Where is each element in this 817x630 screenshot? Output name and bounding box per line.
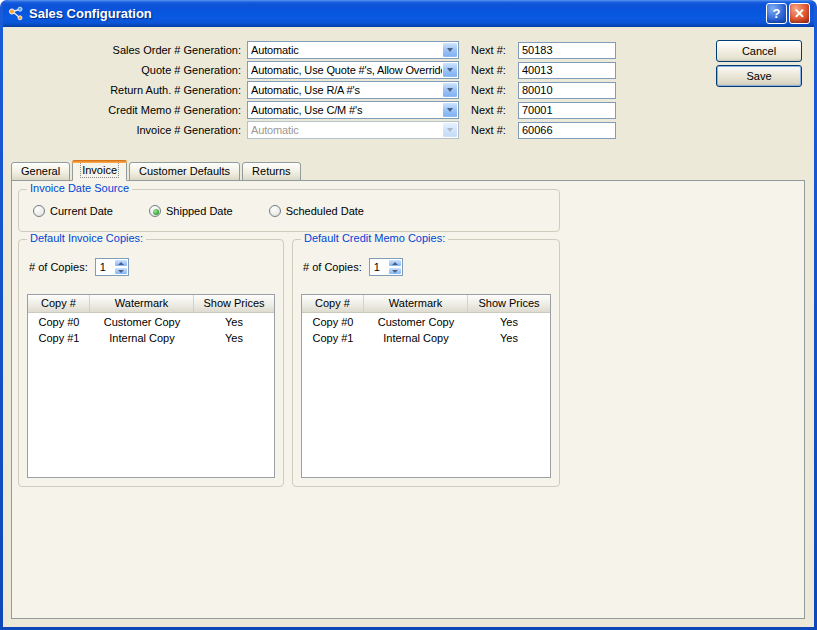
radio-shipped-date[interactable]: Shipped Date: [149, 205, 233, 217]
combo-value: Automatic, Use Quote #'s, Allow Override: [251, 64, 442, 76]
cell-watermark: Customer Copy: [90, 315, 194, 329]
credit-memo-generation-select[interactable]: Automatic, Use C/M #'s: [247, 101, 459, 119]
radio-icon: [149, 205, 161, 217]
cell-copy: Copy #1: [302, 331, 364, 345]
quote-next-input[interactable]: [518, 62, 616, 79]
date-source-options: Current Date Shipped Date Scheduled Date: [19, 190, 559, 217]
credit-memo-generation-label: Credit Memo # Generation:: [9, 104, 247, 116]
invoice-copies-table: Copy # Watermark Show Prices Copy #0 Cus…: [27, 294, 275, 478]
stepper-value: 1: [370, 259, 388, 275]
cell-watermark: Customer Copy: [364, 315, 468, 329]
close-icon[interactable]: ✕: [789, 3, 810, 24]
next-number-label: Next #:: [471, 64, 513, 76]
cell-watermark: Internal Copy: [90, 331, 194, 345]
credit-memo-copies-stepper[interactable]: 1: [369, 258, 403, 276]
invoice-copies-stepper[interactable]: 1: [95, 258, 129, 276]
spin-down-icon[interactable]: [388, 267, 402, 275]
cell-watermark: Internal Copy: [364, 331, 468, 345]
sales-order-row: Sales Order # Generation: Automatic Next…: [3, 40, 814, 60]
table-row[interactable]: Copy #1 Internal Copy Yes: [302, 331, 550, 345]
column-header-show-prices[interactable]: Show Prices: [468, 295, 550, 312]
radio-current-date[interactable]: Current Date: [33, 205, 113, 217]
sales-order-generation-select[interactable]: Automatic: [247, 41, 459, 59]
dialog-body: Sales Order # Generation: Automatic Next…: [3, 27, 814, 627]
invoice-row: Invoice # Generation: Automatic Next #:: [3, 120, 814, 140]
return-auth-next-input[interactable]: [518, 82, 616, 99]
combo-value: Automatic, Use R/A #'s: [251, 84, 442, 96]
group-title: Default Invoice Copies:: [27, 232, 146, 244]
table-row[interactable]: Copy #0 Customer Copy Yes: [28, 315, 274, 329]
tab-label: Returns: [252, 165, 291, 177]
cell-show-prices: Yes: [468, 331, 550, 345]
cell-copy: Copy #0: [302, 315, 364, 329]
column-header-copy[interactable]: Copy #: [28, 295, 90, 312]
tab-label: General: [21, 165, 60, 177]
invoice-copies-row: # of Copies: 1: [29, 258, 129, 276]
sales-order-next-input[interactable]: [518, 42, 616, 59]
cell-show-prices: Yes: [194, 315, 274, 329]
default-invoice-copies-group: Default Invoice Copies: # of Copies: 1 C…: [18, 239, 284, 487]
table-row[interactable]: Copy #0 Customer Copy Yes: [302, 315, 550, 329]
quote-generation-label: Quote # Generation:: [9, 64, 247, 76]
combo-value: Automatic, Use C/M #'s: [251, 104, 442, 116]
column-header-copy[interactable]: Copy #: [302, 295, 364, 312]
radio-icon: [33, 205, 45, 217]
column-header-watermark[interactable]: Watermark: [90, 295, 194, 312]
radio-scheduled-date[interactable]: Scheduled Date: [269, 205, 364, 217]
next-number-label: Next #:: [471, 124, 513, 136]
combo-value: Automatic: [251, 124, 442, 136]
tab-label: Customer Defaults: [139, 165, 230, 177]
tab-customer-defaults[interactable]: Customer Defaults: [129, 162, 240, 181]
invoice-date-source-group: Invoice Date Source Current Date Shipped…: [18, 189, 560, 232]
app-icon: [8, 6, 24, 22]
tab-general[interactable]: General: [11, 162, 70, 181]
action-buttons: Cancel Save: [716, 40, 802, 87]
cell-copy: Copy #0: [28, 315, 90, 329]
cell-copy: Copy #1: [28, 331, 90, 345]
default-credit-memo-copies-group: Default Credit Memo Copies: # of Copies:…: [292, 239, 560, 487]
next-number-label: Next #:: [471, 44, 513, 56]
quote-generation-select[interactable]: Automatic, Use Quote #'s, Allow Override: [247, 61, 459, 79]
tab-strip: General Invoice Customer Defaults Return…: [11, 160, 303, 181]
combo-value: Automatic: [251, 44, 442, 56]
group-title: Invoice Date Source: [27, 182, 132, 194]
help-icon[interactable]: ?: [766, 3, 787, 24]
group-title: Default Credit Memo Copies:: [301, 232, 448, 244]
tab-returns[interactable]: Returns: [242, 162, 301, 181]
column-header-show-prices[interactable]: Show Prices: [194, 295, 274, 312]
cancel-button[interactable]: Cancel: [716, 40, 802, 62]
return-auth-generation-label: Return Auth. # Generation:: [9, 84, 247, 96]
credit-memo-next-input[interactable]: [518, 102, 616, 119]
table-header: Copy # Watermark Show Prices: [302, 295, 550, 313]
titlebar: Sales Configuration ? ✕: [3, 0, 814, 27]
invoice-generation-label: Invoice # Generation:: [9, 124, 247, 136]
cell-show-prices: Yes: [468, 315, 550, 329]
invoice-next-input[interactable]: [518, 122, 616, 139]
tab-invoice[interactable]: Invoice: [72, 160, 127, 181]
chevron-down-icon[interactable]: [442, 62, 458, 78]
radio-label: Shipped Date: [166, 205, 233, 217]
tab-label: Invoice: [82, 164, 117, 176]
radio-label: Scheduled Date: [286, 205, 364, 217]
next-number-label: Next #:: [471, 84, 513, 96]
chevron-down-icon[interactable]: [442, 82, 458, 98]
quote-row: Quote # Generation: Automatic, Use Quote…: [3, 60, 814, 80]
table-header: Copy # Watermark Show Prices: [28, 295, 274, 313]
save-button[interactable]: Save: [716, 65, 802, 87]
num-copies-label: # of Copies:: [303, 261, 362, 273]
spin-up-icon[interactable]: [114, 259, 128, 267]
radio-icon: [269, 205, 281, 217]
generation-form: Sales Order # Generation: Automatic Next…: [3, 27, 814, 140]
table-row[interactable]: Copy #1 Internal Copy Yes: [28, 331, 274, 345]
spin-down-icon[interactable]: [114, 267, 128, 275]
return-auth-generation-select[interactable]: Automatic, Use R/A #'s: [247, 81, 459, 99]
credit-memo-copies-table: Copy # Watermark Show Prices Copy #0 Cus…: [301, 294, 551, 478]
sales-configuration-window: Sales Configuration ? ✕ Sales Order # Ge…: [0, 0, 817, 630]
column-header-watermark[interactable]: Watermark: [364, 295, 468, 312]
next-number-label: Next #:: [471, 104, 513, 116]
spin-up-icon[interactable]: [388, 259, 402, 267]
credit-memo-row: Credit Memo # Generation: Automatic, Use…: [3, 100, 814, 120]
chevron-down-icon[interactable]: [442, 102, 458, 118]
chevron-down-icon[interactable]: [442, 42, 458, 58]
invoice-tab-panel: Invoice Date Source Current Date Shipped…: [11, 180, 805, 619]
